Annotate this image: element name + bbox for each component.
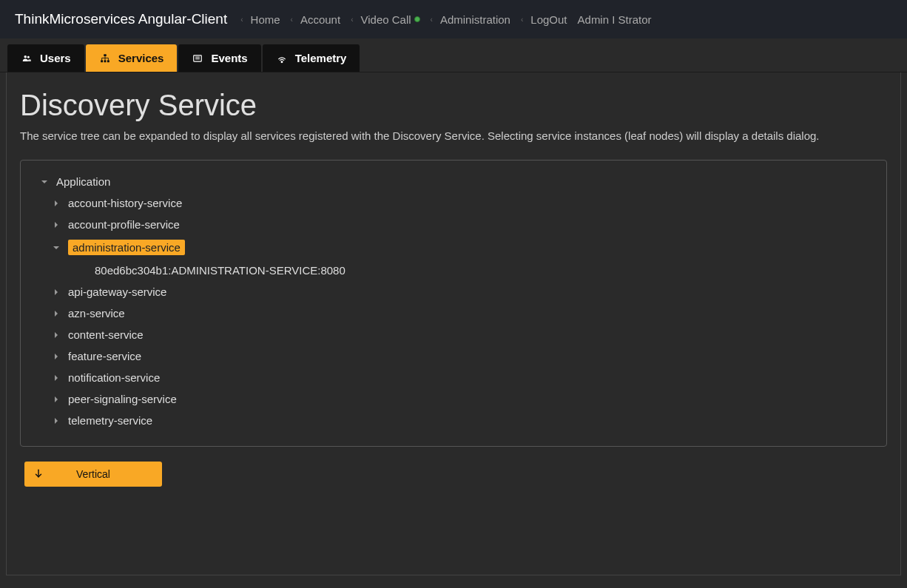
service-tree-panel: Application account-history-service acco…: [20, 160, 887, 447]
nav-links: ‹ Home ‹ Account ‹ Video Call ‹ Administ…: [240, 13, 651, 26]
svg-rect-4: [104, 60, 106, 62]
nav-separator: ‹: [291, 16, 293, 24]
nav-video-call-label: Video Call: [360, 13, 411, 26]
tab-bar: Users Services Events Telemetry: [0, 38, 907, 72]
svg-rect-3: [101, 60, 103, 62]
tree-item-label-selected: administration-service: [68, 240, 185, 255]
chevron-right-icon: [52, 416, 61, 425]
tree-instance-administration-service[interactable]: 80ed6bc304b1:ADMINISTRATION-SERVICE:8080: [21, 260, 886, 281]
tree-item-notification-service[interactable]: notification-service: [21, 367, 886, 388]
tab-events[interactable]: Events: [178, 44, 260, 72]
app-title: ThinkMicroservices Angular-Client: [15, 11, 227, 27]
chevron-right-icon: [52, 395, 61, 404]
status-online-icon: [414, 16, 420, 22]
main-panel: Discovery Service The service tree can b…: [6, 72, 901, 575]
nav-video-call[interactable]: Video Call: [360, 13, 419, 26]
chevron-right-icon: [52, 352, 61, 361]
chevron-right-icon: [52, 199, 61, 208]
tree-item-content-service[interactable]: content-service: [21, 324, 886, 345]
nav-logout[interactable]: LogOut: [530, 13, 567, 26]
nav-separator: ‹: [240, 16, 243, 24]
svg-point-9: [281, 61, 283, 62]
tab-telemetry-label: Telemetry: [295, 52, 347, 64]
chevron-right-icon: [52, 288, 61, 297]
tree-item-label: telemetry-service: [68, 414, 152, 427]
tree-item-label: account-history-service: [68, 197, 182, 209]
tree-item-administration-service[interactable]: administration-service: [21, 235, 886, 260]
tree-item-label: feature-service: [68, 350, 141, 362]
top-nav: ThinkMicroservices Angular-Client ‹ Home…: [0, 0, 907, 38]
vertical-button[interactable]: Vertical: [24, 462, 162, 487]
tree-item-label: notification-service: [68, 371, 160, 384]
chevron-down-icon: [52, 243, 61, 252]
tree-item-account-history-service[interactable]: account-history-service: [21, 192, 886, 214]
nav-separator: ‹: [521, 16, 523, 24]
nav-account[interactable]: Account: [300, 13, 340, 26]
nav-separator: ‹: [431, 16, 433, 24]
tree-item-label: azn-service: [68, 307, 125, 320]
tree-instance-label: 80ed6bc304b1:ADMINISTRATION-SERVICE:8080: [95, 264, 345, 277]
svg-point-1: [27, 55, 30, 58]
tree-item-peer-signaling-service[interactable]: peer-signaling-service: [21, 388, 886, 410]
tab-services-label: Services: [118, 52, 164, 64]
tree-item-azn-service[interactable]: azn-service: [21, 303, 886, 324]
tree-item-api-gateway-service[interactable]: api-gateway-service: [21, 281, 886, 303]
page-description: The service tree can be expanded to disp…: [20, 129, 887, 142]
tree-item-label: account-profile-service: [68, 218, 180, 231]
tree-item-feature-service[interactable]: feature-service: [21, 345, 886, 367]
nav-administration[interactable]: Administration: [440, 13, 510, 26]
tab-users[interactable]: Users: [7, 44, 84, 72]
chevron-right-icon: [52, 331, 61, 339]
tree-item-account-profile-service[interactable]: account-profile-service: [21, 214, 886, 235]
nav-home[interactable]: Home: [251, 13, 280, 26]
nav-separator: ‹: [351, 16, 353, 24]
tree-item-telemetry-service[interactable]: telemetry-service: [21, 410, 886, 431]
vertical-button-label: Vertical: [76, 468, 110, 480]
tree-item-label: peer-signaling-service: [68, 393, 177, 405]
svg-rect-5: [107, 60, 109, 62]
chevron-down-icon: [40, 178, 49, 186]
users-icon: [21, 53, 33, 64]
tab-telemetry[interactable]: Telemetry: [263, 44, 360, 72]
telemetry-icon: [276, 53, 288, 64]
tab-events-label: Events: [211, 52, 247, 64]
tree-item-label: content-service: [68, 328, 144, 341]
nav-username[interactable]: Admin I Strator: [578, 13, 652, 26]
svg-rect-2: [104, 54, 107, 56]
page-title: Discovery Service: [20, 89, 887, 122]
chevron-right-icon: [52, 220, 61, 229]
tree-root-label: Application: [56, 175, 110, 188]
tab-services[interactable]: Services: [86, 44, 178, 72]
svg-point-0: [24, 55, 27, 58]
chevron-right-icon: [52, 374, 61, 382]
tab-users-label: Users: [40, 52, 71, 64]
sitemap-icon: [99, 53, 111, 64]
arrow-down-icon: [33, 468, 44, 481]
tree-root-application[interactable]: Application: [21, 171, 886, 192]
tree-item-label: api-gateway-service: [68, 285, 166, 298]
events-icon: [192, 53, 203, 64]
chevron-right-icon: [52, 309, 61, 318]
